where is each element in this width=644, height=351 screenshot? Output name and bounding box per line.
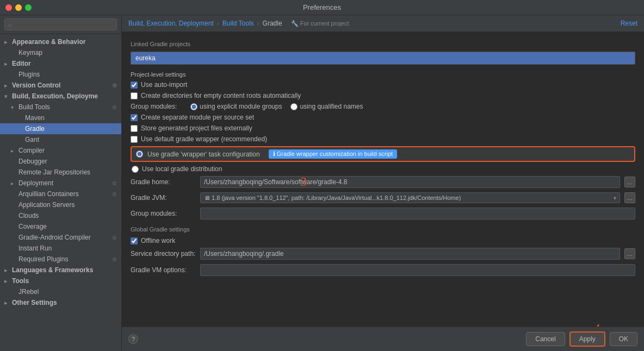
sidebar-item-build-tools[interactable]: Build Tools ⚙ [0,102,121,112]
sidebar-item-gradle[interactable]: Gradle ⚙ [0,123,121,134]
sidebar-item-gradle-android[interactable]: Gradle-Android Compiler ⚙ [0,232,121,243]
close-button[interactable] [5,4,12,11]
sidebar-label: Other Settings [12,299,57,306]
sidebar-item-languages[interactable]: Languages & Frameworks [0,265,121,275]
sidebar-label: Gradle-Android Compiler [18,234,91,241]
settings-icon: ⚙ [112,235,117,241]
minimize-button[interactable] [15,4,22,11]
service-dir-label: Service directory path: [131,250,196,258]
sidebar-item-build-execution[interactable]: Build, Execution, Deployme [0,91,121,102]
wrapper-config-row[interactable]: Use gradle 'wrapper' task configuration … [131,146,635,162]
breadcrumb-item-1[interactable]: Build Tools [222,20,254,27]
sidebar-item-compiler[interactable]: Compiler [0,145,121,156]
local-gradle-radio[interactable] [132,166,139,173]
sidebar-label: JRebel [18,288,39,296]
expand-arrow [4,267,11,273]
vm-options-label: Gradle VM options: [131,266,196,274]
sidebar-item-instant-run[interactable]: Instant Run [0,243,121,254]
search-box[interactable] [0,15,121,34]
search-input[interactable] [4,18,117,30]
create-module-checkbox[interactable] [131,114,138,121]
local-gradle-label[interactable]: Use local gradle distribution [142,165,222,173]
use-wrapper-default-label[interactable]: Use default gradle wrapper (recommended) [141,135,267,143]
sidebar-item-deployment[interactable]: Deployment ⚙ [0,178,121,189]
content-area: Build, Execution, Deployment › Build Too… [122,15,644,351]
sidebar-label: Version Control [12,82,60,89]
sidebar-item-jrebel[interactable]: JRebel [0,286,121,297]
vm-options-row: Gradle VM options: [131,264,635,276]
wrapper-tooltip: ℹ Gradle wrapper customization in build … [269,149,397,159]
sidebar-item-app-servers[interactable]: Application Servers [0,199,121,210]
jvm-select-text: 🖥 1.8 (java version "1.8.0_112", path: /… [204,195,461,201]
radio-qualified[interactable]: using qualified names [290,103,363,110]
sidebar-label: Build, Execution, Deployme [12,92,98,100]
offline-work-row: Offline work [131,237,635,245]
gradle-home-browse-btn[interactable]: … [624,177,635,187]
sidebar-item-editor[interactable]: Editor [0,58,121,69]
settings-icon: ⚙ [112,256,117,262]
help-button[interactable]: ? [128,334,138,344]
group-modules-row: Group modules: using explicit module gro… [131,103,635,110]
use-wrapper-default-checkbox[interactable] [131,136,138,143]
wrapper-task-radio[interactable] [136,151,143,158]
gradle-jvm-browse-btn[interactable]: … [624,192,635,203]
cancel-button[interactable]: Cancel [526,332,565,346]
sidebar-item-coverage[interactable]: Coverage [0,221,121,232]
sidebar-item-arquillian[interactable]: Arquillian Containers ⚙ [0,189,121,199]
breadcrumb: Build, Execution, Deployment › Build Too… [122,15,644,32]
offline-work-checkbox[interactable] [131,237,138,245]
sidebar-item-gant[interactable]: Gant [0,134,121,145]
sidebar-label: Application Servers [18,201,75,209]
create-dirs-checkbox[interactable] [131,92,138,99]
gradle-jvm-select[interactable]: 🖥 1.8 (java version "1.8.0_112", path: /… [200,192,620,203]
service-dir-input[interactable] [200,248,620,260]
qualified-label[interactable]: using qualified names [300,103,363,110]
sidebar-item-version-control[interactable]: Version Control ⚙ [0,80,121,91]
offline-work-label[interactable]: Offline work [141,237,175,245]
group-modules-field-input[interactable] [200,208,635,220]
sidebar-item-required-plugins[interactable]: Required Plugins ⚙ [0,254,121,265]
sidebar-item-tools[interactable]: Tools [0,275,121,286]
radio-explicit[interactable]: using explicit module groups [190,103,282,110]
maximize-button[interactable] [25,4,32,11]
create-module-label[interactable]: Create separate module per source set [141,114,254,121]
sidebar-label: Required Plugins [18,255,68,263]
sidebar: Appearance & Behavior Keymap Editor Plug… [0,15,122,351]
gradle-home-input[interactable] [200,176,620,188]
vm-options-input[interactable] [200,264,635,276]
expand-arrow [11,180,17,186]
service-dir-browse-btn[interactable]: … [624,248,635,259]
sidebar-label: Instant Run [18,245,52,252]
linked-project-item[interactable]: eureka [131,52,635,64]
sidebar-item-plugins[interactable]: Plugins [0,69,121,80]
service-dir-row: Service directory path: … [131,248,635,260]
sidebar-item-keymap[interactable]: Keymap [0,47,121,58]
sidebar-label: Appearance & Behavior [12,38,85,46]
sidebar-item-debugger[interactable]: Debugger [0,156,121,167]
auto-import-checkbox[interactable] [131,82,138,89]
sidebar-item-clouds[interactable]: Clouds [0,210,121,221]
reset-button[interactable]: Reset [621,20,637,27]
sidebar-label: Debugger [18,158,47,165]
breadcrumb-item-0[interactable]: Build, Execution, Deployment [128,20,214,27]
explicit-radio[interactable] [190,103,197,110]
window-controls[interactable] [5,4,32,11]
expand-arrow [11,148,17,154]
store-generated-label[interactable]: Store generated project files externally [141,124,252,132]
settings-content: Linked Gradle projects eureka Project-le… [122,32,644,327]
store-generated-checkbox[interactable] [131,125,138,132]
explicit-label[interactable]: using explicit module groups [200,103,282,110]
auto-import-label[interactable]: Use auto-import [141,81,187,89]
group-modules-label: Group modules: [131,103,185,110]
sidebar-item-appearance[interactable]: Appearance & Behavior [0,36,121,47]
sidebar-item-maven[interactable]: Maven [0,112,121,123]
expand-arrow [4,61,11,67]
apply-button[interactable]: Apply [569,331,605,347]
sidebar-item-other-settings[interactable]: Other Settings [0,297,121,308]
group-modules-field-row: Group modules: [131,208,635,220]
ok-button[interactable]: OK [610,332,637,346]
sidebar-item-remote-jar[interactable]: Remote Jar Repositories [0,167,121,178]
create-dirs-label[interactable]: Create directories for empty content roo… [141,92,301,99]
wrapper-task-label[interactable]: Use gradle 'wrapper' task configuration [147,151,260,158]
qualified-radio[interactable] [290,103,298,110]
